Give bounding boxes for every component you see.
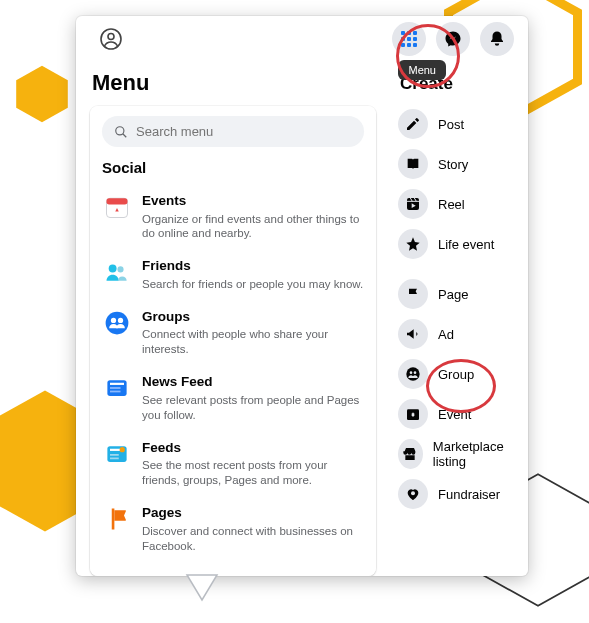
menu-item-label: Events (142, 192, 364, 210)
svg-point-13 (111, 318, 116, 323)
svg-point-27 (410, 371, 413, 374)
svg-rect-31 (412, 413, 413, 417)
event-icon (405, 406, 421, 422)
edit-icon (405, 116, 421, 132)
menu-panel: Menu Menu Social Events Organize or find… (76, 16, 528, 576)
svg-point-32 (411, 491, 415, 495)
heart-icon (405, 486, 421, 502)
create-label: Story (438, 157, 468, 172)
search-icon (114, 125, 128, 139)
svg-rect-9 (107, 198, 128, 204)
menu-item-groups[interactable]: Groups Connect with people who share you… (102, 300, 364, 365)
menu-item-desc: Connect with people who share your inter… (142, 327, 364, 357)
svg-point-10 (109, 265, 117, 273)
menu-item-newsfeed[interactable]: News Feed See relevant posts from people… (102, 365, 364, 430)
svg-point-6 (116, 126, 124, 134)
svg-point-12 (106, 312, 129, 335)
notifications-button[interactable] (480, 22, 514, 56)
create-label: Group (438, 367, 474, 382)
menu-item-feeds[interactable]: Feeds See the most recent posts from you… (102, 431, 364, 496)
apps-grid-icon (401, 31, 417, 47)
menu-item-label: News Feed (142, 373, 364, 391)
svg-point-26 (406, 367, 419, 380)
svg-rect-23 (110, 457, 119, 459)
create-life-event[interactable]: Life event (392, 224, 524, 264)
messenger-button[interactable] (436, 22, 470, 56)
menu-item-label: Friends (142, 257, 364, 275)
svg-point-14 (118, 318, 123, 323)
svg-point-28 (414, 371, 417, 374)
menu-title: Menu (90, 68, 376, 106)
pages-icon (102, 504, 132, 534)
profile-button[interactable] (98, 26, 124, 52)
create-label: Ad (438, 327, 454, 342)
shop-icon (402, 446, 418, 462)
create-label: Marketplace listing (433, 439, 522, 469)
menu-item-friends[interactable]: Friends Search for friends or people you… (102, 249, 364, 299)
topbar: Menu (76, 16, 528, 62)
events-icon (102, 192, 132, 222)
create-label: Fundraiser (438, 487, 500, 502)
menu-tooltip: Menu (398, 60, 446, 80)
menu-item-label: Pages (142, 504, 364, 522)
svg-rect-24 (112, 509, 115, 530)
menu-item-desc: See relevant posts from people and Pages… (142, 393, 364, 423)
group-icon (405, 366, 421, 382)
menu-item-desc: Organize or find events and other things… (142, 212, 364, 242)
create-label: Event (438, 407, 471, 422)
create-ad[interactable]: Ad (392, 314, 524, 354)
menu-item-desc: Discover and connect with businesses on … (142, 524, 364, 554)
svg-line-7 (123, 133, 127, 137)
search-input-wrapper[interactable] (102, 116, 364, 147)
svg-point-21 (120, 447, 125, 452)
messenger-icon (444, 30, 462, 48)
svg-point-5 (108, 34, 114, 40)
svg-rect-25 (407, 198, 419, 210)
create-group[interactable]: Group (392, 354, 524, 394)
star-icon (405, 236, 421, 252)
create-fundraiser[interactable]: Fundraiser (392, 474, 524, 514)
profile-icon (98, 26, 124, 52)
megaphone-icon (405, 326, 421, 342)
create-event[interactable]: Event (392, 394, 524, 434)
search-input[interactable] (136, 124, 352, 139)
menu-item-label: Groups (142, 308, 364, 326)
reel-icon (405, 196, 421, 212)
create-label: Reel (438, 197, 465, 212)
create-label: Post (438, 117, 464, 132)
flag-icon (405, 286, 421, 302)
menu-item-events[interactable]: Events Organize or find events and other… (102, 184, 364, 249)
decor-hex-small (12, 64, 72, 124)
svg-rect-18 (110, 391, 121, 393)
friends-icon (102, 257, 132, 287)
svg-rect-22 (110, 454, 119, 456)
svg-point-11 (117, 267, 123, 273)
groups-icon (102, 308, 132, 338)
menu-list-card: Social Events Organize or find events an… (90, 106, 376, 576)
feeds-icon (102, 439, 132, 469)
create-label: Life event (438, 237, 494, 252)
newsfeed-icon (102, 373, 132, 403)
menu-apps-button[interactable] (392, 22, 426, 56)
section-title-social: Social (102, 159, 364, 176)
menu-item-label: Feeds (142, 439, 364, 457)
create-panel: Create Post Story Reel Life event Page (386, 62, 528, 576)
create-label: Page (438, 287, 468, 302)
bell-icon (488, 30, 506, 48)
create-story[interactable]: Story (392, 144, 524, 184)
menu-item-desc: Search for friends or people you may kno… (142, 277, 364, 292)
menu-item-pages[interactable]: Pages Discover and connect with business… (102, 496, 364, 561)
menu-item-desc: See the most recent posts from your frie… (142, 458, 364, 488)
create-post[interactable]: Post (392, 104, 524, 144)
svg-marker-1 (16, 66, 68, 122)
create-reel[interactable]: Reel (392, 184, 524, 224)
svg-rect-16 (110, 383, 124, 385)
book-icon (405, 156, 421, 172)
create-marketplace[interactable]: Marketplace listing (392, 434, 524, 474)
callout-pointer (182, 570, 222, 614)
svg-rect-17 (110, 387, 121, 389)
create-page[interactable]: Page (392, 274, 524, 314)
